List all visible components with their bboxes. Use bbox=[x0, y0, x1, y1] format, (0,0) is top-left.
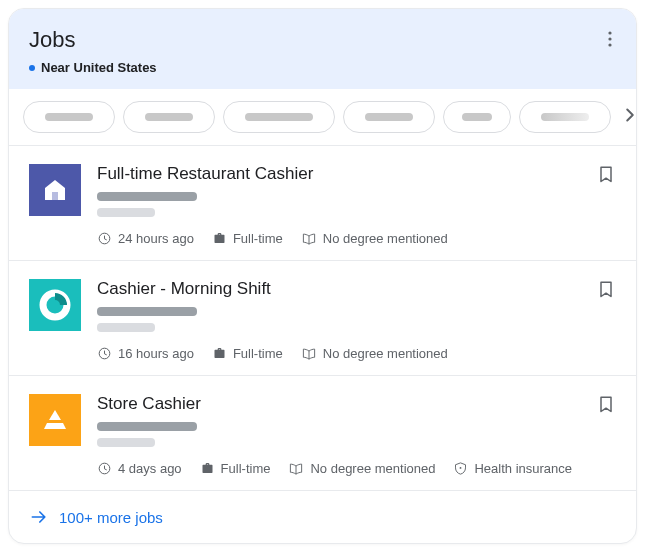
chip-skeleton bbox=[462, 113, 492, 121]
company-logo bbox=[29, 164, 81, 216]
company-placeholder bbox=[97, 307, 197, 316]
filter-chip[interactable] bbox=[223, 101, 335, 133]
book-icon bbox=[288, 461, 304, 476]
chip-skeleton bbox=[45, 113, 93, 121]
job-main: Cashier - Morning Shift 16 hours ago Ful… bbox=[97, 279, 616, 361]
location-placeholder bbox=[97, 208, 155, 217]
company-logo bbox=[29, 279, 81, 331]
svg-rect-3 bbox=[52, 192, 58, 200]
degree-meta: No degree mentioned bbox=[288, 461, 435, 476]
job-main: Full-time Restaurant Cashier 24 hours ag… bbox=[97, 164, 616, 246]
job-row[interactable]: Store Cashier 4 days ago Full-time No de… bbox=[9, 376, 636, 491]
location-placeholder bbox=[97, 438, 155, 447]
degree-label: No degree mentioned bbox=[323, 231, 448, 246]
bookmark-icon[interactable] bbox=[596, 164, 616, 188]
chip-skeleton bbox=[365, 113, 413, 121]
posted-meta: 16 hours ago bbox=[97, 346, 194, 361]
job-row[interactable]: Full-time Restaurant Cashier 24 hours ag… bbox=[9, 146, 636, 261]
job-title: Full-time Restaurant Cashier bbox=[97, 164, 616, 184]
type-label: Full-time bbox=[233, 231, 283, 246]
clock-icon bbox=[97, 231, 112, 246]
degree-meta: No degree mentioned bbox=[301, 346, 448, 361]
job-title: Store Cashier bbox=[97, 394, 616, 414]
job-title: Cashier - Morning Shift bbox=[97, 279, 616, 299]
briefcase-icon bbox=[212, 231, 227, 246]
header-top-row: Jobs bbox=[29, 27, 616, 54]
overflow-menu-icon[interactable] bbox=[604, 27, 616, 54]
svg-point-8 bbox=[460, 467, 462, 469]
clock-icon bbox=[97, 461, 112, 476]
filter-chips-row bbox=[9, 89, 636, 146]
svg-point-1 bbox=[608, 37, 611, 40]
chip-skeleton bbox=[541, 113, 589, 121]
arrow-right-icon bbox=[29, 507, 49, 527]
job-meta-row: 4 days ago Full-time No degree mentioned… bbox=[97, 461, 616, 476]
filter-chip[interactable] bbox=[443, 101, 511, 133]
degree-label: No degree mentioned bbox=[323, 346, 448, 361]
company-logo bbox=[29, 394, 81, 446]
job-meta-row: 16 hours ago Full-time No degree mention… bbox=[97, 346, 616, 361]
benefit-meta: Health insurance bbox=[453, 461, 572, 476]
filter-chip[interactable] bbox=[123, 101, 215, 133]
type-label: Full-time bbox=[221, 461, 271, 476]
book-icon bbox=[301, 231, 317, 246]
chip-skeleton bbox=[145, 113, 193, 121]
filter-chip[interactable] bbox=[23, 101, 115, 133]
job-main: Store Cashier 4 days ago Full-time No de… bbox=[97, 394, 616, 476]
bookmark-icon[interactable] bbox=[596, 394, 616, 418]
filter-chip[interactable] bbox=[343, 101, 435, 133]
job-meta-row: 24 hours ago Full-time No degree mention… bbox=[97, 231, 616, 246]
company-placeholder bbox=[97, 422, 197, 431]
degree-meta: No degree mentioned bbox=[301, 231, 448, 246]
company-placeholder bbox=[97, 192, 197, 201]
more-jobs-label: 100+ more jobs bbox=[59, 509, 163, 526]
page-title: Jobs bbox=[29, 27, 75, 53]
clock-icon bbox=[97, 346, 112, 361]
location-row: Near United States bbox=[29, 60, 616, 75]
briefcase-icon bbox=[200, 461, 215, 476]
shield-icon bbox=[453, 461, 468, 476]
card-header: Jobs Near United States bbox=[9, 9, 636, 89]
benefit-label: Health insurance bbox=[474, 461, 572, 476]
posted-label: 24 hours ago bbox=[118, 231, 194, 246]
type-meta: Full-time bbox=[212, 346, 283, 361]
location-dot-icon bbox=[29, 65, 35, 71]
book-icon bbox=[301, 346, 317, 361]
type-meta: Full-time bbox=[212, 231, 283, 246]
posted-label: 16 hours ago bbox=[118, 346, 194, 361]
chevron-right-icon[interactable] bbox=[619, 104, 637, 130]
location-placeholder bbox=[97, 323, 155, 332]
bookmark-icon[interactable] bbox=[596, 279, 616, 303]
svg-point-0 bbox=[608, 31, 611, 34]
more-jobs-link[interactable]: 100+ more jobs bbox=[9, 491, 636, 543]
chip-skeleton bbox=[245, 113, 313, 121]
jobs-card: Jobs Near United States Full-time Restau… bbox=[8, 8, 637, 544]
type-label: Full-time bbox=[233, 346, 283, 361]
svg-point-2 bbox=[608, 43, 611, 46]
job-row[interactable]: Cashier - Morning Shift 16 hours ago Ful… bbox=[9, 261, 636, 376]
posted-label: 4 days ago bbox=[118, 461, 182, 476]
location-label: Near United States bbox=[41, 60, 157, 75]
degree-label: No degree mentioned bbox=[310, 461, 435, 476]
filter-chip[interactable] bbox=[519, 101, 611, 133]
posted-meta: 4 days ago bbox=[97, 461, 182, 476]
posted-meta: 24 hours ago bbox=[97, 231, 194, 246]
type-meta: Full-time bbox=[200, 461, 271, 476]
briefcase-icon bbox=[212, 346, 227, 361]
